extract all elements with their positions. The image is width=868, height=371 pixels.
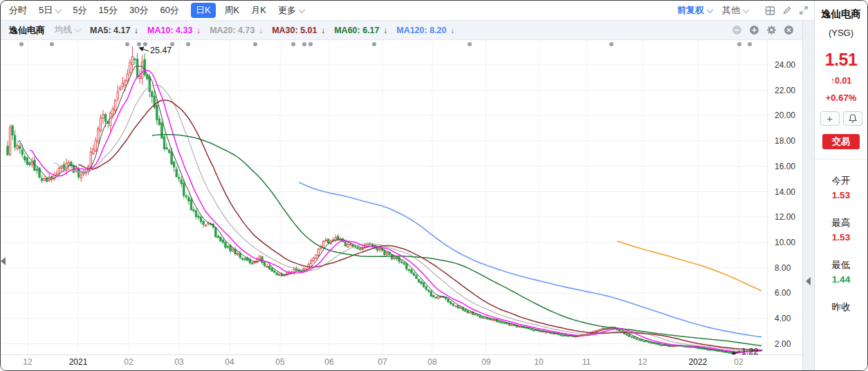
ma-legend-ma120: MA120: 8.20 ↓ — [396, 26, 454, 35]
quote-field-label: 最低 — [832, 259, 851, 272]
price-tick-label: 24.00 — [775, 60, 795, 70]
quote-field-label: 昨收 — [832, 301, 851, 314]
ma-legend-ma5: MA5: 4.17 ↓ — [90, 26, 138, 35]
time-tick-label: 09 — [481, 357, 490, 367]
trend-down-arrow: ↓ — [134, 26, 138, 35]
price-tick-label: 18.00 — [775, 136, 795, 146]
period-tab-日K[interactable]: 日K — [191, 3, 216, 18]
collapse-left-panel-handle[interactable] — [1, 257, 6, 265]
adjust-mode-dropdown[interactable]: 前复权 — [677, 4, 712, 17]
ma-legend-items: MA5: 4.17 ↓MA10: 4.33 ↓MA20: 4.73 ↓MA30:… — [90, 26, 463, 35]
quote-field: 最高1.53 — [832, 217, 851, 242]
quote-actions: + — [820, 111, 862, 126]
chart-column: 逸仙电商 均线 MA5: 4.17 ↓MA10: 4.33 ↓MA20: 4.7… — [1, 21, 802, 370]
price-tick-label: 6.00 — [775, 288, 791, 298]
legend-icons — [725, 25, 797, 35]
close-icon[interactable] — [784, 25, 794, 35]
ma-line-ma120 — [299, 182, 761, 337]
ma-legend-ma10: MA10: 4.33 ↓ — [147, 26, 201, 35]
price-axis: 24.0022.0020.0018.0016.0014.0012.0010.00… — [767, 40, 804, 354]
settings-icon[interactable] — [766, 25, 777, 35]
quote-field-value: 1.53 — [832, 232, 851, 242]
quote-field: 今开1.53 — [832, 175, 851, 200]
fullscreen-icon[interactable] — [799, 6, 809, 15]
trend-down-arrow: ↓ — [383, 26, 387, 35]
grid-layout-icon[interactable] — [765, 6, 775, 16]
quote-field-label: 最高 — [832, 217, 851, 229]
period-tab-月K[interactable]: 月K — [251, 3, 266, 18]
chart-section: 分时5日5分15分30分60分日K周K月K更多 前复权 其他 逸仙电商 — [1, 1, 814, 370]
svg-text:25.47: 25.47 — [150, 46, 172, 55]
price-tick-label: 16.00 — [775, 162, 795, 171]
zoom-out-icon[interactable] — [732, 25, 742, 35]
period-toolbar: 分时5日5分15分30分60分日K周K月K更多 前复权 其他 — [1, 1, 814, 21]
candlestick-svg[interactable]: 25.471.22 — [1, 40, 803, 354]
time-tick-label: 05 — [275, 357, 284, 367]
trend-down-arrow: ↓ — [196, 26, 201, 35]
quote-field-value: 1.53 — [832, 190, 851, 200]
time-tick-label: 07 — [378, 357, 387, 367]
time-tick-label: 2021 — [69, 357, 88, 367]
period-tab-更多[interactable]: 更多 — [278, 3, 304, 18]
time-tick-label: 03 — [174, 357, 183, 367]
ma-legend-ma30: MA30: 5.01 ↓ — [272, 26, 325, 35]
quote-field-value: 1.44 — [832, 274, 851, 285]
quote-field: 最低1.44 — [832, 259, 851, 285]
add-to-watchlist-button[interactable]: + — [820, 111, 840, 126]
trend-down-arrow: ↓ — [321, 26, 325, 35]
price-tick-label: 4.00 — [775, 314, 791, 323]
time-tick-label: 12 — [638, 357, 647, 367]
gridlines — [1, 40, 767, 354]
toolbar-right: 前复权 其他 — [677, 4, 809, 17]
trend-down-arrow: ↓ — [450, 26, 454, 35]
collapse-right-panel-handle[interactable] — [806, 277, 811, 285]
zoom-in-icon[interactable] — [749, 25, 759, 35]
time-tick-label: 08 — [427, 357, 436, 367]
price-tick-label: 22.00 — [775, 86, 795, 95]
ma-legend-ma20: MA20: 4.73 ↓ — [210, 26, 263, 35]
period-tab-分时[interactable]: 分时 — [9, 3, 27, 18]
period-tab-周K[interactable]: 周K — [225, 3, 240, 18]
stock-ticker: (YSG) — [829, 28, 853, 38]
period-tab-15分[interactable]: 15分 — [98, 3, 117, 18]
quote-field-label: 今开 — [832, 175, 851, 187]
price-tick-label: 10.00 — [775, 238, 795, 247]
time-tick-label: 12 — [23, 357, 32, 367]
period-tab-5日[interactable]: 5日 — [39, 3, 61, 18]
draw-icon[interactable] — [782, 6, 792, 15]
candlestick-series — [7, 46, 762, 354]
time-tick-label: 04 — [225, 357, 234, 367]
period-tab-60分[interactable]: 60分 — [160, 3, 178, 18]
ma-legend-ma60: MA60: 6.17 ↓ — [334, 26, 387, 35]
price-tick-label: 8.00 — [775, 263, 791, 273]
time-axis: 1220210203040506070809101112202202 — [1, 354, 802, 370]
event-markers[interactable] — [19, 42, 752, 46]
other-dropdown[interactable]: 其他 — [722, 4, 748, 17]
price-tick-label: 2.00 — [775, 339, 791, 349]
price-tick-label: 14.00 — [775, 187, 795, 197]
trend-down-arrow: ↓ — [259, 26, 263, 35]
stock-name: 逸仙电商 — [821, 8, 861, 21]
time-tick-label: 11 — [582, 357, 591, 367]
period-tab-5分[interactable]: 5分 — [73, 3, 86, 18]
price-alert-button[interactable] — [843, 111, 862, 126]
panel-gutter — [802, 21, 814, 370]
app-window: 分时5日5分15分30分60分日K周K月K更多 前复权 其他 逸仙电商 — [0, 0, 868, 371]
period-tab-30分[interactable]: 30分 — [129, 3, 148, 18]
time-tick-label: 10 — [534, 357, 543, 367]
candlestick-plot[interactable]: 25.471.22 24.0022.0020.0018.0016.0014.00… — [1, 40, 802, 354]
trade-button[interactable]: 交易 — [822, 134, 860, 149]
time-tick-label: 02 — [124, 357, 133, 367]
time-tick-label: 2022 — [689, 357, 708, 367]
bell-icon — [849, 114, 857, 123]
last-price: 1.51 — [825, 50, 858, 70]
quote-fields: 今开1.53最高1.53最低1.44昨收 — [832, 160, 851, 314]
ma-selector-dropdown[interactable]: 均线 — [55, 24, 80, 36]
time-tick-label: 02 — [734, 357, 743, 367]
price-change-percent: +0.67% — [826, 93, 856, 103]
quote-panel: 逸仙电商 (YSG) 1.51 ↑0.01 +0.67% + 交易 今开1.53… — [814, 1, 867, 370]
price-tick-label: 20.00 — [775, 111, 795, 120]
legend-symbol-name: 逸仙电商 — [9, 24, 45, 37]
ma-line-ma250 — [617, 241, 761, 291]
moving-average-lines — [17, 66, 761, 352]
